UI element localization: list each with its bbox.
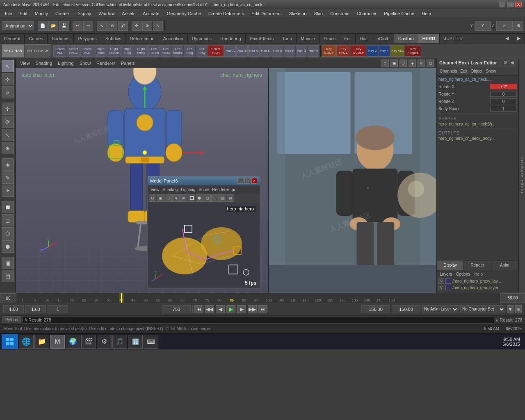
character-set-dropdown[interactable]: No Character Set: [460, 305, 505, 313]
mp-tbtn-2[interactable]: ▣: [157, 194, 164, 202]
hair-a-btn[interactable]: Hair A: [224, 45, 236, 57]
start-button[interactable]: [2, 334, 18, 349]
model-panel-minimize[interactable]: —: [237, 178, 243, 184]
mp-menu-shading[interactable]: Shading: [162, 187, 179, 192]
frame-display-input[interactable]: [500, 293, 525, 303]
menu-assets[interactable]: Assets: [119, 10, 139, 17]
layer-vis-2[interactable]: V: [438, 285, 444, 290]
tab-deformation[interactable]: Deformation: [126, 34, 159, 43]
timeline-frame-input[interactable]: [0, 293, 16, 303]
mp-tbtn-3[interactable]: ⬡: [164, 194, 172, 202]
layer-type-1[interactable]: [445, 278, 451, 284]
ch-outputs-node[interactable]: hero_rig:hero_cn_neck_body...: [438, 136, 517, 141]
taskbar-app4[interactable]: 🔢: [128, 335, 143, 349]
move-tool-btn[interactable]: ✛: [2, 103, 14, 115]
select-face-btn[interactable]: Select FACE: [67, 45, 80, 57]
transport-extra-btn2[interactable]: ≡: [515, 305, 522, 313]
tab-more-right[interactable]: ▶: [513, 34, 525, 43]
menu-pipeline-cache[interactable]: Pipeline Cache: [381, 10, 418, 17]
layer-vis-1[interactable]: V: [438, 278, 444, 284]
tab-surfaces[interactable]: Surfaces: [48, 34, 74, 43]
tab-dynamics[interactable]: Dynamics: [188, 34, 216, 43]
vp-icon-1[interactable]: ⊙: [381, 59, 389, 67]
menu-skeleton[interactable]: Skeleton: [286, 10, 310, 17]
ch-menu-show[interactable]: Show: [484, 69, 497, 73]
mp-tbtn-8[interactable]: ◻: [203, 194, 211, 202]
playback-start-input[interactable]: [361, 305, 390, 313]
hair-h-btn[interactable]: Hair H: [308, 45, 319, 57]
ch-menu-object[interactable]: Object: [470, 69, 484, 73]
mp-menu-view[interactable]: View: [149, 187, 161, 192]
vp-menu-show[interactable]: Show: [78, 61, 93, 66]
timeline-ruler[interactable]: 1 5 10 15 20 25 30 35 40 45 50 55 60 65 …: [16, 293, 500, 303]
vp-menu-shading[interactable]: Shading: [34, 61, 54, 66]
help-menu[interactable]: Help: [473, 272, 484, 276]
ch-icon-1[interactable]: ⚙: [503, 60, 509, 66]
menu-edit-deformers[interactable]: Edit Deformers: [248, 10, 285, 17]
model-panel-close[interactable]: ✕: [251, 178, 257, 184]
mp-tbtn-7[interactable]: ⬢: [196, 194, 203, 202]
key4-btn[interactable]: Key 4: [379, 45, 390, 57]
mp-menu-show[interactable]: Show: [197, 187, 210, 192]
menu-display[interactable]: Display: [73, 10, 94, 17]
tab-animation[interactable]: Animation: [159, 34, 188, 43]
rt-tab-anim[interactable]: Anim: [491, 260, 518, 270]
mp-menu-renderer[interactable]: Renderer: [211, 187, 231, 192]
frame-range-end-input[interactable]: [162, 305, 191, 313]
hair-d-btn[interactable]: Hair D: [260, 45, 272, 57]
mp-tbtn-11[interactable]: ⊞: [227, 194, 234, 202]
menu-skin[interactable]: Skin: [310, 10, 326, 17]
left-pinky-btn[interactable]: Left Pinky: [196, 45, 207, 57]
toolbar-btn-open[interactable]: 📂: [48, 21, 58, 31]
menu-create[interactable]: Create: [52, 10, 72, 17]
taskbar-chrome[interactable]: 🌍: [66, 335, 80, 349]
ch-value-rotatex[interactable]: [490, 84, 517, 89]
select-all-btn[interactable]: Select ALL: [53, 45, 66, 57]
left-thumb-btn[interactable]: Left Thumb: [148, 45, 160, 57]
toolbar-btn-save[interactable]: 💾: [59, 21, 69, 31]
ch-menu-edit[interactable]: Edit: [459, 69, 468, 73]
transport-prev-btn[interactable]: ◀: [216, 305, 225, 313]
select-tool-btn[interactable]: ↖: [2, 60, 14, 72]
key-face-btn[interactable]: Key FACE: [336, 45, 350, 57]
rotate-tool-btn[interactable]: ⟳: [2, 116, 14, 128]
taskbar-app2[interactable]: ⚙: [97, 335, 112, 349]
vp-menu-view[interactable]: View: [18, 61, 32, 66]
options-menu[interactable]: Options: [455, 272, 471, 276]
left-middle-btn[interactable]: Left Middle: [172, 45, 183, 57]
layers-menu[interactable]: Layers: [438, 272, 453, 276]
tab-general[interactable]: General: [0, 34, 25, 43]
transport-next-btn[interactable]: ▶: [237, 305, 246, 313]
right-middle-btn[interactable]: Right Middle: [107, 45, 121, 57]
snap3-btn[interactable]: ⬡: [2, 227, 14, 240]
show-manip-btn[interactable]: ⌖: [2, 185, 14, 197]
key3-btn[interactable]: Key 3: [367, 45, 378, 57]
ch-menu-channels[interactable]: Channels: [438, 69, 458, 73]
mp-tbtn-1[interactable]: ⊙: [149, 194, 156, 202]
taskbar-app5[interactable]: ⌨: [144, 335, 158, 349]
mp-menu-more[interactable]: ▶: [231, 187, 237, 192]
tab-paint-effects[interactable]: PaintEffects: [246, 34, 278, 43]
minimize-button[interactable]: —: [499, 2, 505, 7]
close-button[interactable]: ✕: [515, 2, 522, 7]
mp-tbtn-10[interactable]: ▤: [219, 194, 226, 202]
mp-tbtn-5[interactable]: ⊕: [180, 194, 187, 202]
model-panel-maximize[interactable]: □: [244, 178, 250, 184]
menu-create-deformers[interactable]: Create Deformers: [205, 10, 247, 17]
taskbar-ie[interactable]: 🌐: [19, 335, 34, 349]
layer-name-2[interactable]: /hero_rig:hero_geo_layer: [452, 285, 517, 290]
key-body-btn[interactable]: Key BODY: [322, 45, 336, 57]
right-ring-btn[interactable]: Right Ring: [121, 45, 134, 57]
tab-custom[interactable]: Custom: [394, 34, 418, 43]
toolbar-btn-z[interactable]: Z: [496, 21, 513, 31]
transport-end-btn[interactable]: ⏭: [258, 305, 267, 313]
tab-hair[interactable]: Hair: [356, 34, 372, 43]
soft-mod-btn[interactable]: ◈: [2, 158, 14, 171]
hair-b-btn[interactable]: Hair B: [236, 45, 248, 57]
toolbar-btn-new[interactable]: 📄: [38, 21, 48, 31]
tab-fluids[interactable]: Fluids: [320, 34, 340, 43]
toolbar-btn-lasso[interactable]: ⊙: [107, 21, 117, 31]
tab-fur[interactable]: Fur: [340, 34, 356, 43]
menu-edit[interactable]: Edit: [16, 10, 31, 17]
transport-play-btn[interactable]: ▶: [226, 305, 235, 313]
